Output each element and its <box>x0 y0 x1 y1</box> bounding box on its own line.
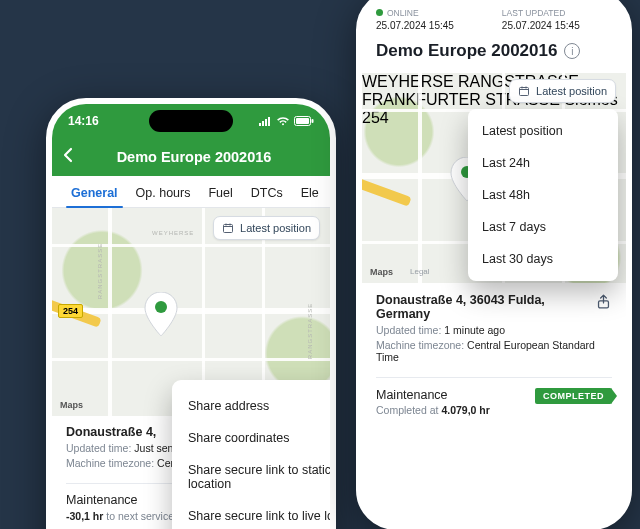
timezone-line: Machine timezone: Central European Stand… <box>376 339 595 363</box>
phone-left: 14:16 Demo Europe 2002016 General Op. ho… <box>46 98 336 529</box>
share-live-link[interactable]: Share secure link to live location <box>172 500 336 529</box>
share-address[interactable]: Share address <box>172 390 336 422</box>
back-chevron-icon[interactable] <box>62 147 80 167</box>
address-line: Donaustraße 4, 36043 Fulda, Germany <box>376 293 595 321</box>
share-icon[interactable] <box>595 293 612 310</box>
status-time: 14:16 <box>68 114 99 128</box>
header: Demo Europe 2002016 <box>52 138 330 176</box>
status-badge-completed: COMPLETED <box>535 388 612 404</box>
maintenance-title: Maintenance <box>66 493 174 507</box>
tab-dtcs[interactable]: DTCs <box>242 186 292 207</box>
latest-position-chip[interactable]: Latest position <box>213 216 320 240</box>
battery-icon <box>294 116 314 126</box>
maintenance-row[interactable]: Maintenance Completed at 4.079,0 hr COMP… <box>376 377 612 416</box>
tab-bar: General Op. hours Fuel DTCs Ele <box>52 176 330 208</box>
info-icon[interactable]: i <box>564 43 580 59</box>
wifi-icon <box>276 116 290 126</box>
tab-op-hours[interactable]: Op. hours <box>127 186 200 207</box>
road-label: WEYHERSE <box>362 73 454 90</box>
range-last-30d[interactable]: Last 30 days <box>468 243 618 275</box>
apple-maps-attribution: Maps <box>60 400 83 410</box>
svg-rect-2 <box>312 119 314 123</box>
share-coordinates[interactable]: Share coordinates <box>172 422 336 454</box>
tab-fuel[interactable]: Fuel <box>199 186 241 207</box>
road-label: RANGSTRASSE <box>97 243 103 299</box>
svg-rect-3 <box>224 225 233 233</box>
range-latest[interactable]: Latest position <box>468 115 618 147</box>
time-range-dropdown: Latest position Last 24h Last 48h Last 7… <box>468 109 618 281</box>
last-updated-status: LAST UPDATED 25.07.2024 15:45 <box>502 8 580 31</box>
map-area[interactable]: WEYHERSE RANGSTRASSE FRANKFURTER STRASSE… <box>362 73 626 283</box>
range-last-24h[interactable]: Last 24h <box>468 147 618 179</box>
latest-position-chip[interactable]: Latest position <box>509 79 616 103</box>
road-label: WEYHERSE <box>152 230 194 236</box>
range-last-48h[interactable]: Last 48h <box>468 179 618 211</box>
dynamic-island <box>149 110 233 132</box>
updated-line: Updated time: 1 minute ago <box>376 324 595 336</box>
tab-ele[interactable]: Ele <box>292 186 328 207</box>
latest-position-label: Latest position <box>536 85 607 97</box>
maintenance-sub: -30,1 hr to next service <box>66 510 174 522</box>
status-row: ONLINE 25.07.2024 15:45 LAST UPDATED 25.… <box>376 8 612 31</box>
map-pin-icon[interactable] <box>144 292 178 336</box>
road-shield: 254 <box>58 304 83 318</box>
map-legal-link[interactable]: Legal <box>410 267 430 276</box>
share-menu: Share address Share coordinates Share se… <box>172 380 336 529</box>
right-header-block: ONLINE 25.07.2024 15:45 LAST UPDATED 25.… <box>362 0 626 67</box>
svg-point-4 <box>155 301 167 313</box>
online-status: ONLINE 25.07.2024 15:45 <box>376 8 454 31</box>
share-static-link[interactable]: Share secure link to static location <box>172 454 336 500</box>
maintenance-sub: Completed at 4.079,0 hr <box>376 404 490 416</box>
maintenance-title: Maintenance <box>376 388 490 402</box>
apple-maps-attribution: Maps <box>370 267 393 277</box>
svg-rect-5 <box>520 88 529 96</box>
online-dot-icon <box>376 9 383 16</box>
signal-icon <box>258 116 272 126</box>
header-title: Demo Europe 2002016 <box>80 149 308 165</box>
range-last-7d[interactable]: Last 7 days <box>468 211 618 243</box>
tab-general[interactable]: General <box>62 186 127 207</box>
calendar-icon <box>518 85 530 97</box>
latest-position-label: Latest position <box>240 222 311 234</box>
svg-rect-1 <box>296 118 309 124</box>
page-title: Demo Europe 2002016 <box>376 41 557 61</box>
phone-right: ONLINE 25.07.2024 15:45 LAST UPDATED 25.… <box>356 0 632 529</box>
location-info-card: Donaustraße 4, 36043 Fulda, Germany Upda… <box>362 283 626 416</box>
calendar-icon <box>222 222 234 234</box>
road-label: RANGSTRASSE <box>307 303 313 359</box>
status-indicators <box>258 116 314 126</box>
